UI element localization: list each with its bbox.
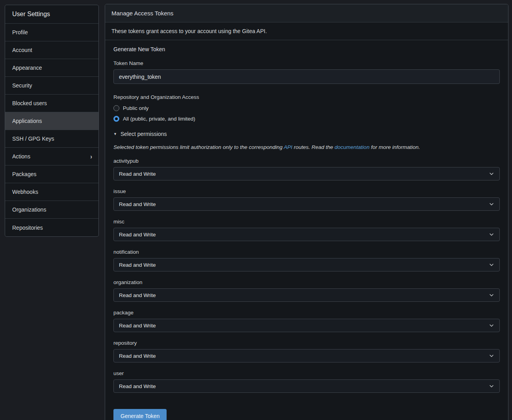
scope-select-value: Read and Write [119, 201, 156, 207]
scope-select-value: Read and Write [119, 323, 156, 329]
scope-select-notification[interactable]: Read and Write [113, 258, 500, 271]
sidebar-item-label: Actions [12, 153, 30, 160]
sidebar-nav: Profile › Account › Appearance › Securit… [5, 24, 98, 236]
scope-select-activitypub[interactable]: Read and Write [113, 167, 500, 180]
sidebar-item-label: Security [12, 82, 32, 89]
scope-group-activitypub: activitypub Read and Write [113, 158, 500, 180]
chevron-down-icon [489, 353, 494, 359]
sidebar-item-security[interactable]: Security › [5, 77, 98, 95]
sidebar-item-label: Account [12, 47, 32, 53]
chevron-down-icon [489, 323, 494, 328]
access-radio-all[interactable]: All (public, private, and limited) [113, 115, 500, 122]
scope-group-repository: repository Read and Write [113, 340, 500, 362]
sidebar-item-repositories[interactable]: Repositories › [5, 219, 98, 236]
generate-token-form: Generate New Token Token Name Repository… [105, 40, 508, 420]
sidebar-item-webhooks[interactable]: Webhooks › [5, 183, 98, 201]
scope-label: package [113, 310, 500, 316]
chevron-down-icon [489, 201, 494, 207]
select-permissions-toggle[interactable]: ▼ Select permissions [113, 131, 500, 137]
scope-group-notification: notification Read and Write [113, 249, 500, 271]
select-permissions-label: Select permissions [121, 131, 167, 137]
scope-group-user: user Read and Write [113, 370, 500, 393]
sidebar-title: User Settings [5, 5, 98, 24]
sidebar-item-blocked-users[interactable]: Blocked users › [5, 95, 98, 112]
chevron-down-icon [489, 171, 494, 177]
access-radio-public-only[interactable]: Public only [113, 104, 500, 112]
scope-label: activitypub [113, 158, 500, 164]
panel-description: These tokens grant access to your accoun… [105, 22, 508, 40]
access-radio-group: Public only All (public, private, and li… [113, 104, 500, 122]
note-text: for more information. [369, 144, 420, 150]
sidebar-item-label: Blocked users [12, 100, 47, 106]
sidebar-item-account[interactable]: Account › [5, 41, 98, 59]
scope-label: repository [113, 340, 500, 346]
scope-label: organization [113, 279, 500, 285]
scope-select-issue[interactable]: Read and Write [113, 197, 500, 211]
note-text: Selected token permissions limit authori… [113, 144, 284, 150]
generate-token-button[interactable]: Generate Token [113, 409, 167, 420]
sidebar-item-applications[interactable]: Applications › [5, 112, 98, 130]
sidebar-item-label: Applications [12, 118, 42, 124]
scope-group-package: package Read and Write [113, 310, 500, 332]
sidebar-item-label: Webhooks [12, 189, 38, 195]
scope-label: notification [113, 249, 500, 255]
api-link[interactable]: API [284, 144, 292, 150]
sidebar-item-packages[interactable]: Packages › [5, 165, 98, 183]
sidebar-item-organizations[interactable]: Organizations › [5, 201, 98, 219]
triangle-down-icon: ▼ [113, 132, 117, 136]
radio-label: Public only [123, 105, 148, 111]
scope-select-value: Read and Write [119, 292, 156, 298]
chevron-down-icon [489, 292, 494, 298]
sidebar-item-label: Appearance [12, 65, 42, 71]
settings-sidebar: User Settings Profile › Account › Appear… [5, 5, 99, 237]
manage-tokens-panel: Manage Access Tokens These tokens grant … [105, 4, 508, 420]
scope-select-value: Read and Write [119, 353, 156, 359]
permissions-note: Selected token permissions limit authori… [113, 144, 500, 150]
sidebar-item-label: Repositories [12, 225, 43, 231]
token-name-input[interactable] [113, 69, 500, 84]
scope-select-value: Read and Write [119, 262, 156, 268]
scope-select-value: Read and Write [119, 232, 156, 238]
generate-new-token-heading: Generate New Token [113, 46, 500, 52]
scope-label: misc [113, 219, 500, 225]
scope-select-value: Read and Write [119, 383, 156, 389]
scope-select-repository[interactable]: Read and Write [113, 349, 500, 362]
sidebar-item-appearance[interactable]: Appearance › [5, 59, 98, 77]
documentation-link[interactable]: documentation [335, 144, 370, 150]
chevron-down-icon [489, 262, 494, 268]
sidebar-item-label: Profile [12, 29, 28, 35]
scope-select-organization[interactable]: Read and Write [113, 288, 500, 302]
sidebar-item-label: SSH / GPG Keys [12, 136, 54, 142]
sidebar-item-actions[interactable]: Actions › [5, 148, 98, 165]
scope-selectors: activitypub Read and Write issue Read an… [113, 158, 500, 393]
radio-button-icon [113, 116, 119, 122]
page: User Settings Profile › Account › Appear… [0, 0, 512, 420]
scope-select-value: Read and Write [119, 171, 156, 177]
chevron-down-icon [489, 232, 494, 237]
scope-select-misc[interactable]: Read and Write [113, 228, 500, 241]
scope-select-user[interactable]: Read and Write [113, 379, 500, 393]
token-name-label: Token Name [113, 60, 500, 66]
panel-title: Manage Access Tokens [105, 4, 508, 22]
scope-group-organization: organization Read and Write [113, 279, 500, 302]
radio-label: All (public, private, and limited) [123, 116, 195, 122]
scope-group-issue: issue Read and Write [113, 188, 500, 211]
scope-select-package[interactable]: Read and Write [113, 319, 500, 332]
sidebar-item-label: Organizations [12, 206, 46, 213]
sidebar-item-profile[interactable]: Profile › [5, 24, 98, 41]
scope-label: issue [113, 188, 500, 194]
chevron-down-icon [489, 383, 494, 389]
note-text: routes. Read the [292, 144, 334, 150]
sidebar-item-ssh-gpg-keys[interactable]: SSH / GPG Keys › [5, 130, 98, 148]
access-scope-label: Repository and Organization Access [113, 94, 500, 100]
radio-button-icon [113, 105, 119, 111]
scope-group-misc: misc Read and Write [113, 219, 500, 241]
scope-label: user [113, 370, 500, 376]
sidebar-item-label: Packages [12, 171, 36, 177]
chevron-right-icon: › [90, 152, 92, 160]
